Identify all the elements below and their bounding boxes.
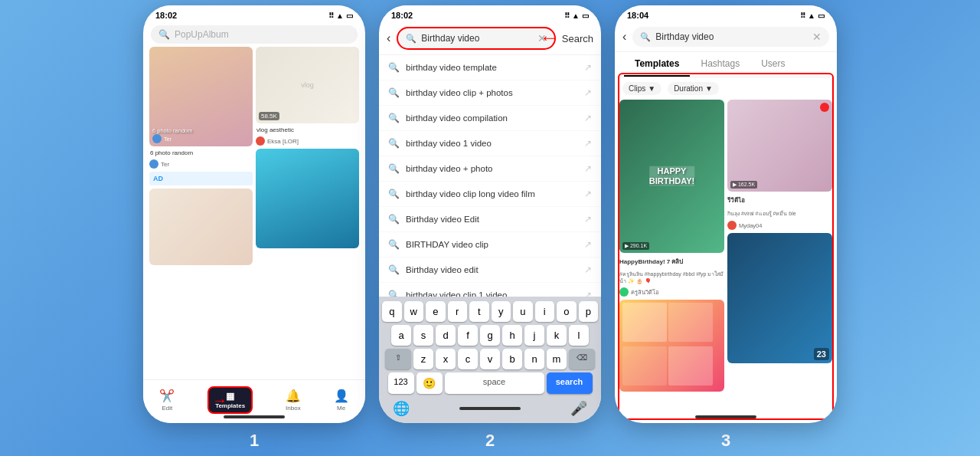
result-user-1-0: Myday04 [727,221,832,230]
key-j[interactable]: j [524,325,544,346]
key-row-2: a s d f g h j k l [382,325,598,346]
avatar-below-1 [149,159,158,169]
tab-hashtags[interactable]: Hashtags [690,52,750,77]
result-views-1-0: ▶ 162.5K [730,181,757,189]
video-thumb-2[interactable]: vlog 58.5K [256,47,359,123]
result-img-1-0 [727,100,832,192]
avatar-right-1 [256,136,265,146]
suggestion-4[interactable]: 🔍 birthday video + photo ↗ [379,156,601,182]
suggestion-arrow-0: ↗ [584,62,592,73]
back-button-2[interactable]: ‹ [387,31,390,45]
key-n[interactable]: n [524,349,544,369]
key-c[interactable]: c [458,349,478,369]
key-i[interactable]: i [535,301,555,322]
video-title-below-1: 6 photo random [149,149,253,156]
filter-duration-arrow: ▼ [705,84,713,93]
key-d[interactable]: d [436,325,456,346]
key-b[interactable]: b [502,349,522,369]
suggestion-5[interactable]: 🔍 birthday video clip long video film ↗ [379,182,601,207]
key-k[interactable]: k [547,325,567,346]
video-thumb-1[interactable]: 6 photo random Ter [149,47,253,146]
result-user-0-0: ครูลินวิดีโอ [619,287,724,297]
result-avatar-1-0 [727,221,737,230]
key-v[interactable]: v [480,349,500,369]
key-f[interactable]: f [458,325,478,346]
clear-button-3[interactable]: ✕ [812,31,822,43]
key-q[interactable]: q [382,301,402,322]
thumb-img-3 [149,189,253,265]
search-header-3: ‹ 🔍 Birthday video ✕ [615,22,837,52]
status-icons-3: ⠿ ▲ ▭ [800,11,825,20]
tab-templates[interactable]: Templates [624,52,690,77]
suggestion-3[interactable]: 🔍 birthday video 1 video ↗ [379,131,601,156]
key-z[interactable]: z [413,349,433,369]
nav-me[interactable]: 👤 Me [334,389,349,412]
key-u[interactable]: u [513,301,533,322]
key-g[interactable]: g [480,325,500,346]
key-o[interactable]: o [557,301,577,322]
phone-3: 18:04 ⠿ ▲ ▭ ‹ 🔍 Birthday video ✕ Templat… [615,5,837,423]
search-input-box-2[interactable]: 🔍 Birthday video ✕ [397,27,555,50]
signal-icon-3: ⠿ [800,11,805,20]
suggestion-7[interactable]: 🔍 BIRTHDAY video clip ↗ [379,232,601,258]
suggestion-search-icon-0: 🔍 [388,62,400,73]
key-emoji[interactable]: 🙂 [416,372,443,394]
suggestion-arrow-8: ↗ [584,264,592,275]
filter-clips[interactable]: Clips ▼ [622,82,662,95]
filter-duration[interactable]: Duration ▼ [668,82,719,95]
tab-users[interactable]: Users [750,52,795,77]
back-button-3[interactable]: ‹ [622,30,626,44]
key-backspace[interactable]: ⌫ [569,349,595,369]
phone-label-1: 1 [250,431,259,451]
key-x[interactable]: x [436,349,456,369]
video-thumb-4[interactable] [256,149,359,248]
key-p[interactable]: p [579,301,599,322]
result-thumb-0-0[interactable]: HAPPYBIRTHDAY! ▶ 290.1K [619,100,724,253]
status-icons-2: ⠿ ▲ ▭ [564,11,589,20]
search-input-box-3[interactable]: 🔍 Birthday video ✕ [632,27,829,47]
globe-icon[interactable]: 🌐 [388,400,414,417]
key-e[interactable]: e [426,301,446,322]
key-h[interactable]: h [502,325,522,346]
key-m[interactable]: m [547,349,567,369]
suggestion-2[interactable]: 🔍 birthday video compilation ↗ [379,106,601,131]
key-row-4: 123 🙂 space search [382,372,598,394]
result-img-0-0: HAPPYBIRTHDAY! [619,100,724,253]
search-bar-1[interactable]: 🔍 PopUpAlbum [151,25,358,44]
result-username-0-0: ครูลินวิดีโอ [631,287,659,297]
key-space[interactable]: space [445,372,544,394]
key-s[interactable]: s [413,325,433,346]
wifi-icon: ▲ [336,11,344,20]
suggestion-text-6: Birthday video Edit [406,215,479,224]
suggestion-1[interactable]: 🔍 birthday video clip + photos ↗ [379,80,601,106]
key-a[interactable]: a [391,325,411,346]
key-w[interactable]: w [404,301,424,322]
suggestion-0[interactable]: 🔍 birthday video template ↗ [379,55,601,80]
nav-inbox[interactable]: 🔔 Inbox [286,389,301,412]
key-l[interactable]: l [569,325,589,346]
suggestion-8[interactable]: 🔍 Birthday video edit ↗ [379,258,601,283]
filter-clips-label: Clips [629,84,645,93]
key-shift[interactable]: ⇧ [385,349,411,369]
suggestion-text-2: birthday video compilation [406,113,508,123]
key-search[interactable]: search [547,372,593,394]
suggestion-text-4: birthday video + photo [406,164,492,173]
nav-edit[interactable]: ✂️ Edit [159,389,175,412]
key-row-1: q w e r t y u i o p [382,301,598,322]
search-button-2[interactable]: Search [562,33,593,44]
mic-icon[interactable]: 🎤 [566,400,592,417]
result-thumb-1-0[interactable]: ▶ 162.5K [727,100,832,192]
key-t[interactable]: t [469,301,489,322]
result-username-1-0: Myday04 [739,222,762,229]
suggestion-6[interactable]: 🔍 Birthday video Edit ↗ [379,207,601,232]
suggestion-text-5: birthday video clip long video film [406,189,535,198]
key-y[interactable]: y [492,301,511,322]
video-thumb-3[interactable] [149,189,253,265]
result-desc-0-0: #ครูลินลิน #happybirthday #bbd #fyp มาใส… [619,271,724,284]
result-thumb-0-1[interactable] [619,300,724,392]
time-3: 18:04 [627,11,648,20]
key-123[interactable]: 123 [388,372,414,394]
result-thumb-1-1[interactable]: 23 [727,233,832,363]
key-r[interactable]: r [448,301,468,322]
battery-icon-3: ▭ [818,11,825,20]
